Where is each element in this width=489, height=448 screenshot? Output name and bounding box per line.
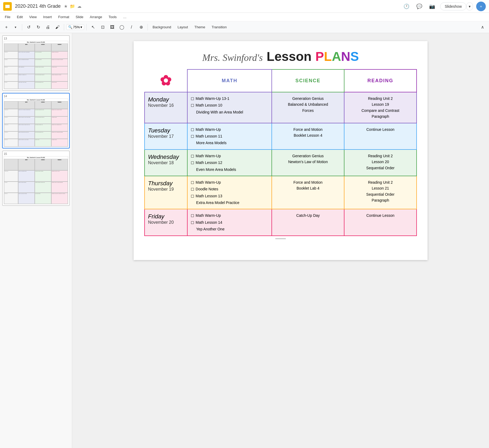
menu-edit[interactable]: Edit bbox=[14, 14, 25, 20]
header-math: MATH bbox=[187, 69, 272, 92]
math-item-monday-2: Math Lesson 10 bbox=[191, 102, 268, 108]
plus-tool-button[interactable]: ⊕ bbox=[137, 23, 145, 32]
menu-arrange[interactable]: Arrange bbox=[87, 14, 105, 20]
transition-button[interactable]: Transition bbox=[209, 23, 230, 32]
math-item-monday-3: Dividing With an Area Model bbox=[191, 109, 268, 115]
math-cell-thursday: Math Warm-Up Doodle Notes Math Lesson 13… bbox=[187, 176, 272, 209]
math-cell-friday: Math Warm-Up Math Lesson 14 Yep Another … bbox=[187, 209, 272, 235]
day-date-friday: November 20 bbox=[148, 220, 184, 225]
day-date-wednesday: November 18 bbox=[148, 160, 184, 165]
science-content-wednesday: Generation GeniusNewton's Law of Motion bbox=[275, 153, 341, 165]
redo-button[interactable]: ↻ bbox=[34, 23, 42, 32]
title-icons: ★ 📁 ☁ bbox=[64, 4, 82, 9]
shape-tool-button[interactable]: ◯ bbox=[118, 23, 126, 32]
menu-slide[interactable]: Slide bbox=[73, 14, 86, 20]
slideshow-button[interactable]: Slideshow bbox=[440, 2, 466, 10]
math-item-friday-2: Math Lesson 14 bbox=[191, 219, 268, 226]
table-row-thursday: Thursday November 19 Math Warm-Up Doodle… bbox=[145, 176, 417, 209]
flower-header: ✿ bbox=[145, 69, 187, 92]
top-bar: 2020-2021 4th Grade ★ 📁 ☁ 🕐 💬 📷 Slidesho… bbox=[0, 0, 489, 13]
toolbar-divider-2 bbox=[64, 24, 64, 30]
toolbar: + ▾ ↺ ↻ 🖨 🖌 🔍 75% ▾ ↖ ⊡ 🖼 ◯ / ⊕ Backgrou… bbox=[0, 21, 489, 33]
background-button[interactable]: Background bbox=[150, 23, 174, 32]
science-content-monday: Generation GeniusBalanced & UnbalancedFo… bbox=[275, 96, 341, 113]
day-name-wednesday: Wednesday bbox=[148, 154, 184, 160]
menu-more[interactable]: … bbox=[121, 14, 129, 20]
day-date-monday: November 16 bbox=[148, 103, 184, 108]
theme-button[interactable]: Theme bbox=[192, 23, 208, 32]
add-slide-button[interactable]: + bbox=[2, 23, 11, 32]
slideshow-caret-button[interactable]: ▾ bbox=[466, 2, 473, 10]
image-tool-button[interactable]: 🖼 bbox=[108, 23, 117, 32]
app-icon bbox=[3, 2, 12, 11]
collapse-toolbar-button[interactable]: ∧ bbox=[478, 23, 487, 32]
folder-icon[interactable]: 📁 bbox=[70, 4, 75, 9]
table-body: Monday November 16 Math Warm-Up 13-1 Mat… bbox=[145, 92, 417, 236]
math-item-friday-1: Math Warm-Up bbox=[191, 213, 268, 219]
math-cell-tuesday: Math Warm-Up Math Lesson 11 More Area Mo… bbox=[187, 123, 272, 150]
reading-cell-thursday: Reading Unit 2Lesson 21Sequential OrderP… bbox=[344, 176, 417, 209]
math-item-tuesday-2: Math Lesson 11 bbox=[191, 133, 268, 139]
math-item-tuesday-3: More Area Models bbox=[191, 140, 268, 146]
reading-content-friday: Continue Lesson bbox=[348, 213, 413, 218]
slides-panel: 13 Mrs. Swinford's Lesson PLANS MATH SCI… bbox=[0, 33, 72, 448]
day-date-thursday: November 19 bbox=[148, 187, 184, 192]
layout-button[interactable]: Layout bbox=[175, 23, 191, 32]
cloud-icon[interactable]: ☁ bbox=[77, 4, 82, 9]
slide-number-13: 13 bbox=[4, 37, 68, 40]
slide-preview-14: Mrs. Swinford's Lesson PLANS MATH SCIENC… bbox=[4, 99, 68, 147]
camera-button[interactable]: 📷 bbox=[427, 2, 437, 11]
paint-format-button[interactable]: 🖌 bbox=[53, 23, 62, 32]
undo-button[interactable]: ↺ bbox=[24, 23, 33, 32]
day-name-friday: Friday bbox=[148, 213, 184, 220]
toolbar-divider-1 bbox=[22, 24, 22, 30]
slide-preview-13: Mrs. Swinford's Lesson PLANS MATH SCIENC… bbox=[4, 41, 68, 89]
reading-content-monday: Reading Unit 2Lesson 19Compare and Contr… bbox=[348, 96, 413, 120]
menu-insert[interactable]: Insert bbox=[40, 14, 55, 20]
slide-number-15: 15 bbox=[4, 152, 68, 155]
math-cell-wednesday: Math Warm-Up Math Lesson 12 Even More Ar… bbox=[187, 150, 272, 176]
doc-title[interactable]: 2020-2021 4th Grade bbox=[15, 3, 61, 9]
lesson-plan-table: ✿ MATH SCIENCE READING Monday November 1… bbox=[144, 69, 417, 236]
science-content-friday: Catch-Up Day bbox=[275, 213, 341, 218]
slide-thumb-15[interactable]: 15 Mrs. Swinford's Lesson PLANS MATH SCI… bbox=[2, 151, 70, 206]
reading-cell-wednesday: Reading Unit 2Lesson 20Sequential Order bbox=[344, 150, 417, 176]
select-tool-button[interactable]: ⊡ bbox=[98, 23, 107, 32]
avatar[interactable]: + bbox=[476, 2, 486, 11]
day-cell-thursday: Thursday November 19 bbox=[145, 176, 187, 209]
science-cell-monday: Generation GeniusBalanced & UnbalancedFo… bbox=[272, 92, 344, 123]
reading-cell-monday: Reading Unit 2Lesson 19Compare and Contr… bbox=[344, 92, 417, 123]
day-cell-monday: Monday November 16 bbox=[145, 92, 187, 123]
science-cell-thursday: Force and MotionBooklet Lab 4 bbox=[272, 176, 344, 209]
reading-content-tuesday: Continue Lesson bbox=[348, 127, 413, 132]
zoom-dropdown[interactable]: 🔍 75% ▾ bbox=[66, 24, 84, 30]
day-date-tuesday: November 17 bbox=[148, 134, 184, 139]
print-button[interactable]: 🖨 bbox=[44, 23, 52, 32]
scrollbar-dot bbox=[275, 238, 286, 239]
day-name-thursday: Thursday bbox=[148, 180, 184, 187]
menu-format[interactable]: Format bbox=[56, 14, 72, 20]
math-item-thursday-2: Doodle Notes bbox=[191, 186, 268, 192]
canvas-area[interactable]: Mrs. Swinford's Lesson PLANS ✿ MATH SCIE… bbox=[72, 33, 489, 448]
toolbar-divider-4 bbox=[148, 24, 148, 30]
line-tool-button[interactable]: / bbox=[127, 23, 136, 32]
comment-button[interactable]: 💬 bbox=[414, 2, 424, 11]
title-plans: PLANS bbox=[315, 49, 359, 64]
day-name-tuesday: Tuesday bbox=[148, 127, 184, 134]
history-button[interactable]: 🕐 bbox=[402, 2, 411, 11]
science-cell-friday: Catch-Up Day bbox=[272, 209, 344, 235]
slide-content: Mrs. Swinford's Lesson PLANS ✿ MATH SCIE… bbox=[134, 41, 428, 260]
menu-view[interactable]: View bbox=[26, 14, 39, 20]
science-content-thursday: Force and MotionBooklet Lab 4 bbox=[275, 179, 341, 191]
slide-thumb-13[interactable]: 13 Mrs. Swinford's Lesson PLANS MATH SCI… bbox=[2, 35, 70, 91]
slide-thumb-14[interactable]: 14 Mrs. Swinford's Lesson PLANS MATH SCI… bbox=[2, 93, 70, 148]
science-cell-wednesday: Generation GeniusNewton's Law of Motion bbox=[272, 150, 344, 176]
slide-number-14: 14 bbox=[4, 95, 68, 98]
table-header-row: ✿ MATH SCIENCE READING bbox=[145, 69, 417, 92]
add-dropdown-button[interactable]: ▾ bbox=[11, 23, 20, 32]
menu-tools[interactable]: Tools bbox=[106, 14, 119, 20]
header-science: SCIENCE bbox=[272, 69, 344, 92]
menu-file[interactable]: File bbox=[2, 14, 13, 20]
cursor-tool-button[interactable]: ↖ bbox=[89, 23, 97, 32]
star-icon[interactable]: ★ bbox=[64, 4, 68, 9]
